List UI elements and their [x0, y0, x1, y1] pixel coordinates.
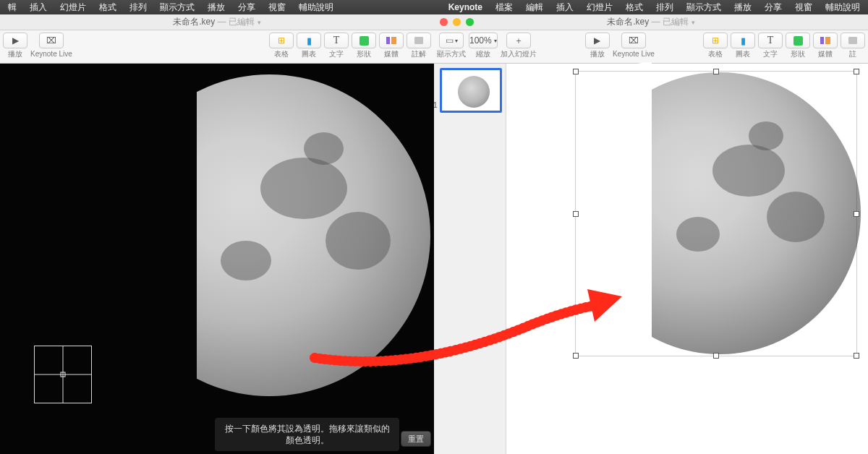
fullscreen-icon[interactable] — [466, 18, 474, 26]
menu-item[interactable]: 視窗 — [788, 1, 819, 14]
note-button[interactable] — [407, 33, 431, 48]
table-label: 表格 — [274, 51, 289, 58]
text-label: 文字 — [329, 51, 344, 58]
chart-label: 圖表 — [736, 51, 750, 58]
app-name[interactable]: Keynote — [442, 2, 489, 12]
note-button[interactable] — [841, 33, 865, 48]
menubar-left[interactable]: 輯 插入 幻燈片 格式 排列 顯示方式 播放 分享 視窗 輔助說明 — [0, 0, 434, 14]
document-status: — 已編輯 — [652, 16, 689, 28]
menu-item[interactable]: 幻燈片 — [580, 1, 619, 14]
menubar-right[interactable]: Keynote 檔案 編輯 插入 幻燈片 格式 排列 顯示方式 播放 分享 視窗… — [434, 0, 868, 14]
moon-crater — [304, 132, 344, 165]
moon-crater — [221, 241, 271, 280]
menu-item[interactable]: 編輯 — [519, 1, 550, 14]
menu-item[interactable]: 輔助說明 — [292, 1, 340, 14]
menu-item[interactable]: 排列 — [650, 1, 680, 14]
slide-thumbnail[interactable]: 1 — [440, 68, 502, 113]
text-label: 文字 — [763, 51, 778, 58]
menu-item[interactable]: 輔助說明 — [819, 1, 867, 14]
play-label: 播放 — [8, 51, 22, 58]
shape-icon — [359, 36, 369, 46]
resize-handle[interactable] — [854, 69, 859, 74]
menu-item[interactable]: 顯示方式 — [153, 1, 201, 14]
shape-label: 形狀 — [357, 51, 371, 58]
note-label: 註解 — [412, 51, 426, 58]
view-button[interactable]: ▭▾ — [439, 33, 464, 48]
menu-item[interactable]: 播放 — [201, 1, 231, 14]
note-icon — [414, 37, 423, 44]
title-chevron-icon[interactable]: ▾ — [258, 19, 261, 26]
keynote-live-button[interactable]: ⌧ — [39, 33, 64, 48]
play-button[interactable]: ▶ — [585, 33, 610, 48]
selection-box[interactable] — [575, 71, 857, 356]
menu-item[interactable]: 格式 — [619, 1, 650, 14]
resize-handle[interactable] — [573, 69, 579, 74]
reset-button[interactable]: 重置 — [401, 431, 431, 447]
zoom-button[interactable]: 100%▾ — [469, 33, 498, 48]
document-status: — 已編輯 — [218, 16, 255, 28]
menu-item[interactable]: 排列 — [123, 1, 153, 14]
window-controls[interactable] — [440, 18, 474, 26]
media-button[interactable] — [813, 33, 838, 48]
chart-label: 圖表 — [302, 51, 316, 58]
media-button[interactable] — [379, 33, 404, 48]
menu-item[interactable]: 分享 — [758, 1, 788, 14]
chevron-down-icon: ▾ — [494, 38, 497, 44]
play-icon: ▶ — [594, 35, 600, 46]
note-label: 註 — [849, 51, 856, 58]
document-name: 未命名.key — [607, 16, 649, 28]
menu-item[interactable]: 格式 — [93, 1, 123, 14]
resize-handle[interactable] — [713, 353, 719, 359]
view-label: 顯示方式 — [437, 51, 466, 58]
view-icon: ▭ — [446, 35, 454, 46]
keynote-live-label: Keynote Live — [613, 51, 655, 58]
text-button[interactable]: T — [324, 33, 349, 48]
menu-item[interactable]: 顯示方式 — [680, 1, 728, 14]
moon-crater — [326, 212, 391, 270]
play-label: 播放 — [590, 51, 605, 58]
chart-button[interactable]: ▮ — [297, 33, 321, 48]
menu-item[interactable]: 輯 — [1, 1, 23, 14]
title-chevron-icon[interactable]: ▾ — [692, 19, 695, 26]
resize-handle[interactable] — [573, 353, 579, 359]
menu-item[interactable]: 分享 — [231, 1, 262, 14]
table-button[interactable]: ⊞ — [269, 33, 294, 48]
play-group: ▶ 播放 — [3, 33, 27, 58]
text-icon: T — [333, 35, 340, 46]
play-button[interactable]: ▶ — [3, 33, 27, 48]
chevron-down-icon: ▾ — [455, 38, 458, 44]
plus-icon: ＋ — [514, 35, 523, 47]
chart-button[interactable]: ▮ — [731, 33, 755, 48]
media-icon-b — [391, 37, 396, 44]
note-icon — [848, 37, 857, 44]
shape-button[interactable] — [786, 33, 810, 48]
keynote-live-group: ⌧ Keynote Live — [30, 33, 72, 58]
moon-image[interactable] — [109, 74, 430, 396]
instant-alpha-cursor[interactable] — [34, 346, 92, 403]
keynote-live-button[interactable]: ⌧ — [621, 33, 646, 48]
menu-item[interactable]: 播放 — [728, 1, 758, 14]
instant-alpha-canvas[interactable]: 按一下顏色將其設為透明。拖移來讓類似的顏色透明。 重置 — [0, 64, 434, 454]
table-button[interactable]: ⊞ — [703, 33, 728, 48]
resize-handle[interactable] — [854, 211, 859, 217]
resize-handle[interactable] — [713, 69, 719, 74]
zoom-label: 縮放 — [476, 51, 490, 58]
menu-item[interactable]: 插入 — [23, 1, 54, 14]
toolbar-right: ▭▾ 顯示方式 100%▾ 縮放 ＋ 加入幻燈片 ▶播放 ⌧Keynote Li… — [434, 30, 868, 64]
text-button[interactable]: T — [758, 33, 783, 48]
resize-handle[interactable] — [854, 353, 859, 359]
menu-item[interactable]: 檔案 — [489, 1, 519, 14]
slide-navigator[interactable]: 1 — [434, 64, 506, 454]
shape-button[interactable] — [352, 33, 376, 48]
menu-item[interactable]: 插入 — [550, 1, 580, 14]
window-titlebar: 未命名.key — 已編輯 ▾ — [434, 14, 868, 30]
slide-canvas[interactable] — [506, 64, 868, 454]
resize-handle[interactable] — [573, 211, 579, 217]
close-icon[interactable] — [440, 18, 448, 26]
minimize-icon[interactable] — [453, 18, 461, 26]
thumbnail-moon — [458, 76, 490, 108]
menu-item[interactable]: 幻燈片 — [54, 1, 93, 14]
menu-item[interactable]: 視窗 — [262, 1, 292, 14]
zoom-value: 100% — [469, 35, 492, 46]
add-slide-button[interactable]: ＋ — [506, 33, 531, 48]
